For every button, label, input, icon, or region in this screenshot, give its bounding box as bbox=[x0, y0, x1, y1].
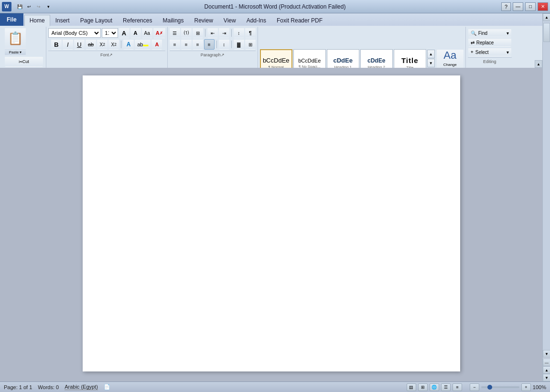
numbering-button[interactable]: ⑴ bbox=[181, 28, 192, 38]
print-layout-button[interactable]: ▤ bbox=[407, 383, 416, 391]
draft-button[interactable]: ≡ bbox=[453, 383, 462, 391]
font-name-select[interactable]: Arial (Body CS) bbox=[48, 28, 101, 38]
scroll-up-button[interactable]: ▲ bbox=[543, 13, 550, 21]
scroll-thumb[interactable] bbox=[543, 23, 550, 42]
replace-icon: ⇄ bbox=[471, 40, 475, 45]
tab-home[interactable]: Home bbox=[24, 15, 50, 26]
sep4 bbox=[216, 41, 217, 48]
paste-dropdown[interactable]: Paste ▾ bbox=[5, 49, 26, 55]
zoom-slider[interactable] bbox=[481, 386, 519, 388]
outline-button[interactable]: ☰ bbox=[441, 383, 451, 391]
font-size-select[interactable]: 11 bbox=[102, 28, 118, 38]
cut-button[interactable]: ✂ Cut bbox=[5, 56, 43, 67]
sep5 bbox=[231, 41, 232, 48]
shading-button[interactable]: ▓ bbox=[234, 39, 244, 50]
document-area bbox=[0, 68, 542, 381]
tab-review[interactable]: Review bbox=[189, 14, 218, 26]
scroll-separator[interactable]: — bbox=[543, 359, 550, 366]
show-marks-button[interactable]: ¶ bbox=[245, 28, 256, 38]
paragraph-expand-icon[interactable]: ↗ bbox=[221, 53, 225, 57]
web-layout-button[interactable]: 🌐 bbox=[430, 383, 439, 391]
customize-qa-button[interactable]: ▾ bbox=[44, 3, 53, 11]
select-arrow: ▾ bbox=[507, 50, 509, 55]
clear-all-button[interactable]: A ✗ bbox=[153, 28, 165, 38]
para-row2: ≡ ≡ ≡ ≡ ↕ ▓ ⊞ bbox=[170, 39, 256, 50]
help-button[interactable]: ? bbox=[501, 2, 511, 11]
font-row1: Arial (Body CS) 11 A A Aa A ✗ bbox=[48, 28, 165, 38]
style-no-spacing-text: bCcDdEe bbox=[298, 58, 321, 64]
underline-button[interactable]: U bbox=[74, 39, 85, 50]
italic-button[interactable]: I bbox=[63, 39, 73, 50]
font-color-button[interactable]: A bbox=[151, 39, 162, 50]
style-title-text: Title bbox=[401, 56, 419, 64]
multilevel-button[interactable]: ⊞ bbox=[193, 28, 203, 38]
words-status: Words: 0 bbox=[38, 384, 59, 390]
tab-add-ins[interactable]: Add-Ins bbox=[241, 14, 271, 26]
find-label: Find bbox=[478, 31, 487, 36]
increase-indent-button[interactable]: ⇥ bbox=[219, 28, 229, 38]
align-left-button[interactable]: ≡ bbox=[170, 39, 180, 50]
justify-button[interactable]: ≡ bbox=[204, 39, 215, 50]
borders-button[interactable]: ⊞ bbox=[245, 39, 256, 50]
bold-button[interactable]: B bbox=[51, 39, 62, 50]
ribbon-collapse-button[interactable]: ▲ bbox=[535, 60, 542, 68]
text-effects-button[interactable]: A bbox=[123, 39, 134, 50]
align-right-button[interactable]: ≡ bbox=[193, 39, 203, 50]
replace-button[interactable]: ⇄ Replace bbox=[468, 38, 511, 47]
styles-scroll-down[interactable]: ▼ bbox=[427, 59, 435, 67]
save-button[interactable]: 💾 bbox=[15, 3, 24, 11]
select-button[interactable]: ⌖ Select ▾ bbox=[468, 48, 511, 56]
undo-button[interactable]: ↩ bbox=[25, 3, 33, 11]
language-status[interactable]: Arabic (Egypt) bbox=[65, 384, 98, 390]
tab-references[interactable]: References bbox=[118, 14, 157, 26]
decrease-indent-button[interactable]: ⇤ bbox=[207, 28, 218, 38]
find-button[interactable]: 🔍 Find ▾ bbox=[468, 29, 511, 37]
status-right: ▤ ⊞ 🌐 ☰ ≡ − + 100% bbox=[407, 383, 546, 391]
redo-button[interactable]: ↪ bbox=[34, 3, 43, 11]
full-reading-button[interactable]: ⊞ bbox=[418, 383, 428, 391]
font-row2: B I U ab X2 X2 A ab ▬ A bbox=[51, 39, 162, 50]
next-page-button[interactable]: ▼ bbox=[543, 374, 550, 381]
window-controls: ? — □ ✕ bbox=[501, 2, 548, 11]
ribbon-tabs: File Home Insert Page Layout References … bbox=[0, 13, 550, 26]
para-row1: ☰ ⑴ ⊞ ⇤ ⇥ ↕ ¶ bbox=[170, 28, 256, 38]
paste-button[interactable]: 📋 Paste ▾ bbox=[5, 28, 26, 55]
font-grow-button[interactable]: A bbox=[119, 28, 129, 38]
scroll-track[interactable] bbox=[543, 21, 550, 350]
sort-button[interactable]: ↕ bbox=[234, 28, 244, 38]
quick-access-toolbar: 💾 ↩ ↪ ▾ bbox=[15, 3, 53, 11]
layout-icon: 📄 bbox=[104, 384, 110, 390]
subscript-button[interactable]: X2 bbox=[97, 39, 108, 50]
highlight-button[interactable]: ab ▬ bbox=[135, 39, 151, 50]
styles-scroll-up[interactable]: ▲ bbox=[427, 50, 435, 58]
find-icon: 🔍 bbox=[471, 31, 476, 36]
close-button[interactable]: ✕ bbox=[538, 2, 548, 11]
zoom-in-button[interactable]: + bbox=[521, 383, 531, 391]
bullets-button[interactable]: ☰ bbox=[170, 28, 180, 38]
center-button[interactable]: ≡ bbox=[181, 39, 192, 50]
tab-mailings[interactable]: Mailings bbox=[157, 14, 189, 26]
tab-page-layout[interactable]: Page Layout bbox=[75, 14, 118, 26]
tab-insert[interactable]: Insert bbox=[50, 14, 75, 26]
find-arrow: ▾ bbox=[507, 31, 509, 36]
tab-view[interactable]: View bbox=[218, 14, 241, 26]
zoom-percent[interactable]: 100% bbox=[533, 384, 546, 390]
minimize-button[interactable]: — bbox=[513, 2, 523, 11]
zoom-out-button[interactable]: − bbox=[470, 383, 479, 391]
prev-page-button[interactable]: ▲ bbox=[543, 366, 550, 374]
document-page[interactable] bbox=[83, 75, 460, 371]
font-expand-icon[interactable]: ↗ bbox=[109, 53, 113, 57]
strikethrough-button[interactable]: ab bbox=[86, 39, 96, 50]
clear-formatting-button[interactable]: Aa bbox=[142, 28, 152, 38]
maximize-button[interactable]: □ bbox=[525, 2, 536, 11]
change-styles-icon: Aa bbox=[443, 49, 456, 62]
superscript-button[interactable]: X2 bbox=[108, 39, 119, 50]
tab-foxit[interactable]: Foxit Reader PDF bbox=[271, 14, 328, 26]
select-icon: ⌖ bbox=[471, 49, 474, 55]
scroll-down-button[interactable]: ▼ bbox=[543, 350, 550, 358]
line-spacing-button[interactable]: ↕ bbox=[219, 39, 229, 50]
file-tab[interactable]: File bbox=[0, 13, 23, 26]
font-shrink-button[interactable]: A bbox=[130, 28, 141, 38]
style-normal-text: bCcDdEe bbox=[263, 57, 290, 64]
paragraph-label: Paragraph ↗ bbox=[170, 51, 256, 58]
